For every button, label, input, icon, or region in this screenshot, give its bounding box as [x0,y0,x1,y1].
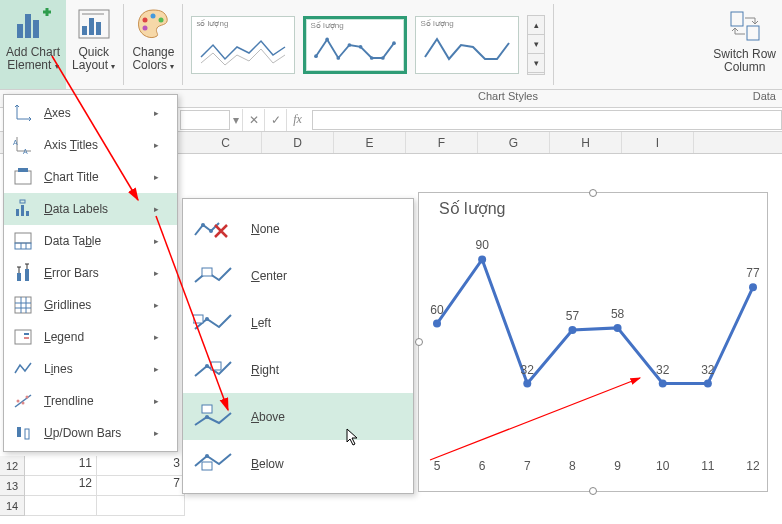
cell[interactable]: 12 [25,476,97,496]
cell[interactable]: 3 [97,456,185,476]
enter-icon[interactable]: ✓ [264,109,286,131]
svg-point-61 [205,415,209,419]
formula-input[interactable] [312,110,782,130]
fx-icon[interactable]: fx [286,109,308,131]
legend-icon [12,326,34,348]
x-tick-label: 7 [524,459,531,473]
chart-style-1[interactable]: số lượng [191,16,295,74]
cell[interactable] [25,496,97,516]
chart-styles-scroll[interactable]: ▴ ▾ ▾ [527,15,545,75]
svg-rect-46 [24,333,29,335]
menu-data-table[interactable]: Data Table ▸ [4,225,177,257]
svg-point-69 [614,324,622,332]
menu-updown-bars[interactable]: Up/Down Bars ▸ [4,417,177,449]
gridlines-icon [12,294,34,316]
chevron-right-icon: ▸ [154,108,159,118]
col-header[interactable]: H [550,132,622,153]
svg-rect-58 [193,315,203,323]
row-header[interactable]: 13 [0,476,25,496]
col-header[interactable]: G [478,132,550,153]
none-icon [193,214,233,244]
trendline-icon [12,390,34,412]
updown-bars-icon [12,422,34,444]
data-label: 77 [746,266,760,280]
scroll-more-icon[interactable]: ▾ [528,54,544,73]
menu-axis-titles[interactable]: AA Axis Titles ▸ [4,129,177,161]
data-labels-icon [12,198,34,220]
chart-title[interactable]: Số lượng [439,199,767,218]
chevron-right-icon: ▸ [154,172,159,182]
chevron-right-icon: ▸ [154,332,159,342]
svg-rect-40 [15,297,31,313]
svg-rect-62 [202,405,212,413]
svg-point-59 [205,364,209,368]
chevron-right-icon: ▸ [154,140,159,150]
menu-axes[interactable]: Axes ▸ [4,97,177,129]
change-colors-button[interactable]: ChangeColors ▾ [126,0,180,89]
col-header[interactable]: D [262,132,334,153]
data-label: 32 [656,363,670,377]
chart-element-icon [13,4,53,44]
svg-rect-29 [20,200,25,203]
submenu-below[interactable]: Below [183,440,413,487]
menu-gridlines[interactable]: Gridlines ▸ [4,289,177,321]
chart-plot-area[interactable]: 605906327578589321032117712 [419,218,769,488]
svg-rect-35 [25,269,29,281]
embedded-chart[interactable]: Số lượng 605906327578589321032117712 [418,192,768,492]
quick-layout-button[interactable]: QuickLayout ▾ [66,0,121,89]
x-tick-label: 8 [569,459,576,473]
svg-point-18 [381,56,385,60]
menu-chart-title[interactable]: Chart Title ▸ [4,161,177,193]
menu-data-labels[interactable]: Data Labels ▸ [4,193,177,225]
scroll-down-icon[interactable]: ▾ [528,35,544,54]
svg-rect-25 [18,168,28,172]
svg-point-65 [433,320,441,328]
add-chart-element-button[interactable]: Add ChartElement ▾ [0,0,66,89]
name-box[interactable] [180,110,230,130]
chart-styles-gallery[interactable]: số lượng Số lượng Số lượng ▴ ▾ ▾ [185,0,551,89]
menu-legend[interactable]: Legend ▸ [4,321,177,353]
grid-rows: 12 11 3 13 12 7 14 [0,456,185,516]
add-chart-element-menu: Axes ▸ AA Axis Titles ▸ Chart Title ▸ Da… [3,94,178,452]
resize-handle[interactable] [415,338,423,346]
cell[interactable]: 7 [97,476,185,496]
cancel-icon[interactable]: ✕ [242,109,264,131]
menu-error-bars[interactable]: Error Bars ▸ [4,257,177,289]
col-header[interactable]: F [406,132,478,153]
chart-style-3[interactable]: Số lượng [415,16,519,74]
scroll-up-icon[interactable]: ▴ [528,16,544,35]
col-header[interactable]: C [190,132,262,153]
group-label-data: Data [640,90,782,107]
menu-lines[interactable]: Lines ▸ [4,353,177,385]
chevron-right-icon: ▸ [154,300,159,310]
submenu-left[interactable]: Left [183,299,413,346]
svg-rect-0 [17,24,23,38]
row-header[interactable]: 12 [0,456,25,476]
col-header[interactable]: I [622,132,694,153]
submenu-above[interactable]: Above [183,393,413,440]
svg-rect-30 [15,233,31,243]
data-label: 32 [701,363,715,377]
submenu-right[interactable]: Right [183,346,413,393]
svg-point-72 [749,283,757,291]
row-header[interactable]: 14 [0,496,25,516]
svg-rect-52 [17,427,21,437]
submenu-none[interactable]: None [183,205,413,252]
cell[interactable] [97,496,185,516]
resize-handle[interactable] [589,189,597,197]
chart-style-2[interactable]: Số lượng [303,16,407,74]
submenu-center[interactable]: Center [183,252,413,299]
svg-point-66 [478,255,486,263]
svg-rect-53 [25,429,29,439]
svg-point-50 [22,402,25,405]
col-header[interactable]: E [334,132,406,153]
resize-handle[interactable] [589,487,597,495]
svg-point-51 [26,396,29,399]
x-tick-label: 11 [701,459,715,473]
cell[interactable]: 11 [25,456,97,476]
menu-trendline[interactable]: Trendline ▸ [4,385,177,417]
name-box-dropdown-icon[interactable]: ▾ [230,113,242,127]
data-label: 60 [430,303,444,317]
switch-row-column-button[interactable]: Switch RowColumn [707,0,782,89]
axis-titles-icon: AA [12,134,34,156]
